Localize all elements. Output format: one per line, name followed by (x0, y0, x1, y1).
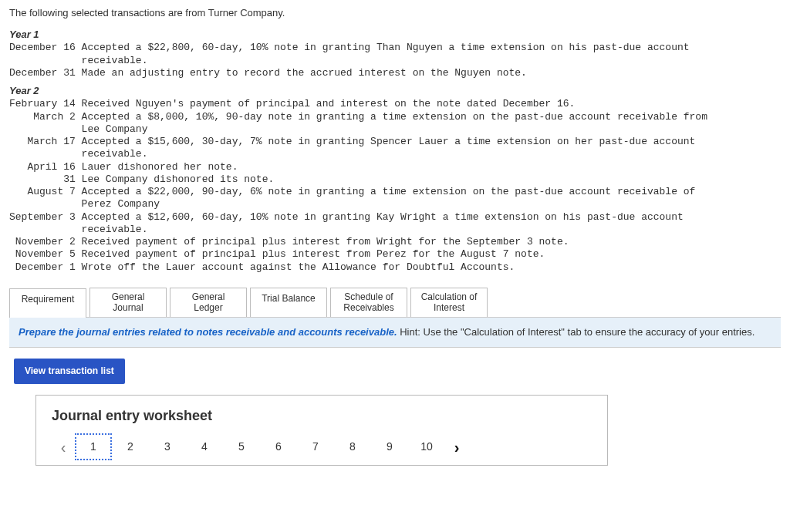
tab-trial-balance[interactable]: Trial Balance (250, 288, 327, 317)
pager-page-1[interactable]: 1 (75, 433, 112, 461)
year1-transactions: December 16 Accepted a $22,800, 60-day, … (9, 42, 781, 79)
worksheet-pager: ‹ 12345678910 › (52, 433, 592, 461)
year1-heading: Year 1 (9, 28, 781, 42)
instruction-lead: Prepare the journal entries related to n… (19, 326, 397, 338)
pager-next-icon[interactable]: › (445, 436, 468, 458)
tab-label-line: Schedule of (344, 291, 393, 302)
year2-transactions: February 14 Received Nguyen's payment of… (9, 98, 781, 274)
tab-label-line: Interest (434, 302, 464, 313)
tab-general-ledger[interactable]: General Ledger (170, 288, 247, 317)
tab-requirement[interactable]: Requirement (9, 288, 86, 318)
pager-prev-icon[interactable]: ‹ (52, 436, 75, 458)
tab-label-line: Calculation of (421, 291, 478, 302)
tab-label-line: Journal (113, 302, 143, 313)
pager-page-6[interactable]: 6 (260, 433, 297, 461)
instruction-rest: Hint: Use the "Calculation of Interest" … (397, 326, 755, 338)
journal-entry-worksheet: Journal entry worksheet ‹ 12345678910 › (35, 395, 608, 466)
tab-bar: Requirement General Journal General Ledg… (9, 288, 781, 318)
pager-page-8[interactable]: 8 (334, 433, 371, 461)
pager-page-5[interactable]: 5 (223, 433, 260, 461)
tab-label-line: General (192, 291, 225, 302)
pager-page-4[interactable]: 4 (186, 433, 223, 461)
tab-label-line: Receivables (343, 302, 393, 313)
pager-page-3[interactable]: 3 (149, 433, 186, 461)
pager-page-2[interactable]: 2 (112, 433, 149, 461)
pager-page-7[interactable]: 7 (297, 433, 334, 461)
tab-general-journal[interactable]: General Journal (89, 288, 167, 317)
tab-schedule-receivables[interactable]: Schedule of Receivables (330, 288, 407, 317)
instruction-panel: Prepare the journal entries related to n… (9, 318, 781, 348)
year2-heading: Year 2 (9, 84, 781, 98)
view-transaction-list-button[interactable]: View transaction list (14, 359, 125, 384)
tab-label-line: Ledger (194, 302, 222, 313)
tab-label-line: General (112, 291, 145, 302)
tab-calculation-interest[interactable]: Calculation of Interest (410, 288, 488, 317)
pager-page-10[interactable]: 10 (408, 433, 445, 461)
pager-page-9[interactable]: 9 (371, 433, 408, 461)
worksheet-title: Journal entry worksheet (52, 406, 592, 426)
intro-text: The following selected transactions are … (9, 6, 781, 20)
